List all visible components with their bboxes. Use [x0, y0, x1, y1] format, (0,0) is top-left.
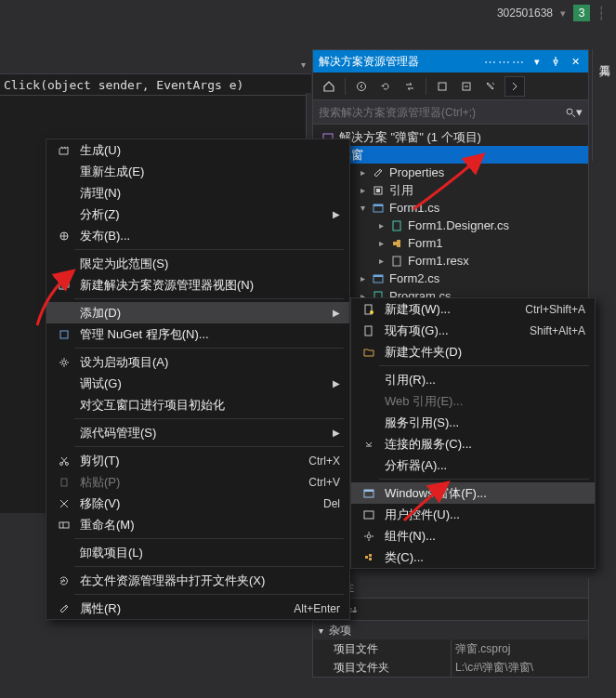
menu-analyze[interactable]: 分析(Z) ▶	[46, 204, 349, 225]
rename-icon	[56, 517, 72, 533]
editor-nav-bar[interactable]: ▾	[0, 56, 311, 74]
tree-label: 引用	[389, 182, 413, 199]
menu-label: 卸载项目(L)	[80, 545, 340, 561]
menu-separator	[379, 479, 589, 480]
prop-value[interactable]: L:\c#\弹窗\弹窗\	[451, 658, 588, 677]
menu-open-explorer[interactable]: 在文件资源管理器中打开文件夹(X)	[46, 570, 349, 591]
expander-icon[interactable]: ▸	[376, 220, 386, 230]
svg-rect-39	[369, 558, 372, 560]
solution-tree[interactable]: 解决方案 "弹窗" (1 个项目) 弹窗 ▸ Properties ▸ 引用 ▾…	[313, 125, 588, 310]
menu-unload[interactable]: 卸载项目(L)	[46, 542, 349, 563]
submenu-arrow-icon: ▶	[333, 308, 340, 318]
menu-build[interactable]: 生成(U)	[46, 139, 349, 161]
title-id: 302501638	[497, 7, 553, 20]
properties-node[interactable]: ▸ Properties	[313, 164, 588, 181]
menu-vcs[interactable]: 源代码管理(S) ▶	[46, 422, 349, 443]
menu-cut[interactable]: 剪切(T) Ctrl+X	[46, 450, 349, 471]
project-node[interactable]: 弹窗	[313, 146, 588, 164]
overflow-icon[interactable]: ┆	[597, 6, 610, 20]
submenu-connected[interactable]: 连接的服务(C)...	[351, 433, 595, 454]
menu-properties[interactable]: 属性(R) Alt+Enter	[46, 598, 349, 619]
menu-rename[interactable]: 重命名(M)	[46, 514, 349, 535]
form1-node[interactable]: ▾ Form1.cs	[313, 199, 588, 217]
submenu-newitem[interactable]: 新建项(W)... Ctrl+Shift+A	[351, 298, 595, 320]
preview-icon[interactable]	[505, 76, 525, 97]
menu-label: 重新生成(E)	[80, 164, 340, 180]
svg-rect-1	[439, 83, 446, 90]
notification-badge[interactable]: 3	[573, 5, 590, 21]
submenu-analyzer[interactable]: 分析器(A)...	[351, 454, 595, 476]
chevron-down-icon[interactable]: ▾	[301, 59, 306, 70]
cut-icon	[56, 453, 72, 469]
form1-resx-node[interactable]: ▸ Form1.resx	[313, 252, 588, 270]
code-line[interactable]: Click(object sender, EventArgs e)	[0, 74, 311, 95]
menu-rebuild[interactable]: 重新生成(E)	[46, 161, 349, 182]
expander-icon[interactable]: ▸	[376, 238, 386, 248]
shortcut: Shift+Alt+A	[530, 324, 585, 337]
pin-icon[interactable]	[548, 57, 563, 66]
submenu-class[interactable]: 类(C)...	[351, 547, 595, 568]
home-icon[interactable]	[319, 76, 339, 97]
menu-interactive[interactable]: 对交互窗口进行项目初始化	[46, 394, 349, 415]
refresh-icon[interactable]	[375, 76, 396, 97]
menu-clean[interactable]: 清理(N)	[46, 182, 349, 204]
menu-label: Web 引用(E)...	[385, 393, 585, 410]
menu-scope[interactable]: 限定为此范围(S)	[46, 253, 349, 274]
delete-icon	[56, 495, 72, 512]
back-icon[interactable]	[351, 76, 372, 97]
menu-nuget[interactable]: 管理 NuGet 程序包(N)...	[46, 323, 349, 345]
prop-row[interactable]: 项目文件夹 L:\c#\弹窗\弹窗\	[313, 658, 588, 677]
form2-node[interactable]: ▸ Form2.cs	[313, 270, 588, 287]
expander-icon[interactable]: ▸	[376, 256, 386, 266]
form1-designer-node[interactable]: ▸ Form1.Designer.cs	[313, 217, 588, 234]
show-all-icon[interactable]	[432, 76, 452, 97]
submenu-component[interactable]: 组件(N)...	[351, 525, 595, 547]
collapse-icon[interactable]	[456, 76, 477, 97]
submenu-serviceref[interactable]: 服务引用(S)...	[351, 412, 595, 433]
menu-newview[interactable]: 新建解决方案资源管理器视图(N)	[46, 274, 349, 296]
menu-paste: 粘贴(P) Ctrl+V	[46, 471, 349, 493]
menu-remove[interactable]: 移除(V) Del	[46, 493, 349, 514]
expander-icon[interactable]: ▸	[358, 185, 367, 195]
panel-title-bar[interactable]: 解决方案资源管理器 ⋯⋯⋯ ▾ ✕	[313, 50, 588, 72]
form1-class-node[interactable]: ▸ Form1	[313, 234, 588, 252]
solution-root[interactable]: 解决方案 "弹窗" (1 个项目)	[313, 128, 588, 146]
menu-startup[interactable]: 设为启动项目(A)	[46, 351, 349, 373]
submenu-winform[interactable]: Windows 窗体(F)...	[351, 482, 595, 504]
expander-icon[interactable]: ▸	[358, 273, 367, 283]
search-icon[interactable]: ▾	[561, 105, 583, 119]
dropdown-icon[interactable]: ▾	[531, 56, 543, 68]
submenu-existing[interactable]: 现有项(G)... Shift+Alt+A	[351, 320, 595, 341]
menu-add[interactable]: 添加(D) ▶	[46, 302, 349, 323]
prop-group[interactable]: ▾ 杂项	[313, 621, 588, 639]
wrench-icon	[371, 165, 386, 180]
dropdown-icon[interactable]: ▾	[560, 7, 566, 20]
submenu-reference[interactable]: 引用(R)...	[351, 369, 595, 390]
prop-key: 项目文件	[313, 639, 451, 658]
menu-debug[interactable]: 调试(G) ▶	[46, 373, 349, 394]
group-collapse-icon[interactable]: ▾	[319, 626, 323, 636]
cs-file-icon	[389, 218, 404, 233]
prop-row[interactable]: 项目文件 弹窗.csproj	[313, 639, 588, 658]
properties-icon[interactable]	[480, 76, 501, 97]
solution-explorer-panel: 解决方案资源管理器 ⋯⋯⋯ ▾ ✕ ▾ 解决方案 "弹窗" (1 个项目) 弹窗	[312, 49, 589, 311]
menu-label: 分析(Z)	[80, 206, 325, 223]
prop-value[interactable]: 弹窗.csproj	[451, 639, 588, 658]
references-node[interactable]: ▸ 引用	[313, 181, 588, 199]
search-input[interactable]	[319, 106, 561, 119]
svg-rect-9	[393, 221, 400, 230]
tree-label: Form1.Designer.cs	[408, 218, 509, 232]
menu-label: 生成(U)	[80, 142, 340, 159]
menu-publish[interactable]: 发布(B)...	[46, 225, 349, 246]
close-icon[interactable]: ✕	[569, 56, 583, 68]
expander-icon[interactable]: ▸	[358, 167, 367, 178]
nuget-icon	[56, 326, 72, 343]
submenu-newfolder[interactable]: 新建文件夹(D)	[351, 341, 595, 362]
submenu-usercontrol[interactable]: 用户控件(U)...	[351, 504, 595, 525]
sync-icon[interactable]	[400, 76, 420, 97]
toolbox-tab[interactable]: 工具箱	[592, 49, 616, 161]
expander-icon[interactable]: ▾	[358, 203, 367, 213]
shortcut: Ctrl+V	[308, 476, 340, 489]
search-box[interactable]: ▾	[313, 100, 588, 125]
shortcut: Alt+Enter	[294, 602, 340, 615]
